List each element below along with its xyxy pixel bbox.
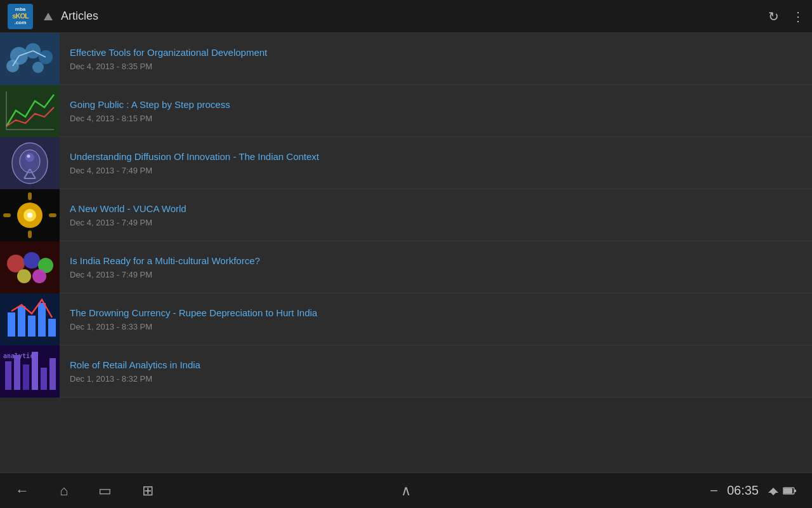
article-info-5: Is India Ready for a Multi-cultural Work… [60, 255, 812, 280]
recents-button[interactable]: ▭ [98, 483, 112, 499]
svg-point-24 [27, 213, 32, 218]
article-date-5: Dec 4, 2013 - 7:49 PM [70, 270, 802, 279]
svg-point-17 [27, 154, 30, 157]
svg-marker-49 [768, 488, 778, 495]
logo-top: mba [15, 7, 25, 13]
chevron-up-icon[interactable]: ∧ [401, 483, 411, 499]
article-item-6[interactable]: The Drowning Currency - Rupee Depreciati… [0, 293, 812, 345]
svg-rect-47 [41, 368, 47, 390]
svg-rect-36 [8, 312, 15, 337]
article-title-4: A New World - VUCA World [70, 203, 802, 215]
top-bar: mba sKOL .com Articles ↻ ⋮ [0, 0, 812, 33]
article-title-2: Going Public : A Step by Step process [70, 98, 802, 111]
article-list: Effective Tools for Organizational Devel… [0, 33, 812, 398]
svg-rect-43 [5, 361, 11, 390]
clock-display: 06:35 [727, 483, 759, 498]
article-thumb-7: analytic [0, 345, 60, 398]
svg-rect-45 [23, 364, 29, 390]
svg-point-33 [17, 269, 31, 283]
svg-rect-48 [49, 358, 56, 390]
article-thumb-5 [0, 241, 60, 293]
svg-rect-52 [794, 490, 796, 492]
article-title-6: The Drowning Currency - Rupee Depreciati… [70, 307, 802, 319]
svg-rect-39 [38, 303, 46, 337]
topbar-actions: ↻ ⋮ [768, 9, 804, 24]
article-thumb-1 [0, 33, 60, 85]
more-options-icon[interactable]: ⋮ [792, 9, 804, 24]
article-thumb-4 [0, 189, 60, 241]
article-date-4: Dec 4, 2013 - 7:49 PM [70, 218, 802, 227]
article-info-1: Effective Tools for Organizational Devel… [60, 46, 812, 72]
article-info-7: Role of Retail Analytics in IndiaDec 1, … [60, 359, 812, 384]
refresh-icon[interactable]: ↻ [768, 9, 779, 24]
signal-icon [43, 11, 53, 22]
article-info-2: Going Public : A Step by Step processDec… [60, 98, 812, 124]
svg-rect-38 [28, 316, 36, 337]
screenshot-button[interactable]: ⊞ [142, 483, 154, 499]
svg-rect-27 [3, 213, 11, 217]
svg-point-34 [32, 269, 46, 283]
article-info-6: The Drowning Currency - Rupee Depreciati… [60, 307, 812, 332]
svg-rect-25 [28, 192, 32, 200]
battery-icon [783, 486, 797, 495]
article-thumb-3 [0, 137, 60, 189]
article-date-2: Dec 4, 2013 - 8:15 PM [70, 114, 802, 123]
article-item-2[interactable]: Going Public : A Step by Step processDec… [0, 85, 812, 137]
article-item-5[interactable]: Is India Ready for a Multi-cultural Work… [0, 241, 812, 293]
wifi-icon [768, 486, 779, 495]
article-item-7[interactable]: analytic Role of Retail Analytics in Ind… [0, 345, 812, 398]
svg-rect-44 [14, 355, 20, 390]
topbar-title: Articles [61, 10, 761, 23]
article-date-7: Dec 1, 2013 - 8:32 PM [70, 374, 802, 384]
article-date-1: Dec 4, 2013 - 8:35 PM [70, 62, 802, 71]
article-date-3: Dec 4, 2013 - 7:49 PM [70, 166, 802, 175]
status-icons [768, 486, 797, 495]
svg-point-6 [32, 62, 44, 73]
home-button[interactable]: ⌂ [60, 483, 68, 499]
svg-rect-51 [783, 488, 792, 493]
back-button[interactable]: ← [15, 483, 29, 499]
app-logo: mba sKOL .com [8, 4, 33, 29]
svg-rect-28 [49, 213, 56, 217]
article-date-6: Dec 1, 2013 - 8:33 PM [70, 322, 802, 331]
article-title-7: Role of Retail Analytics in India [70, 359, 802, 371]
minus-icon: − [710, 483, 718, 499]
svg-point-31 [23, 252, 40, 269]
nav-left: ← ⌂ ▭ ⊞ [15, 483, 154, 499]
article-title-5: Is India Ready for a Multi-cultural Work… [70, 255, 802, 267]
article-item-1[interactable]: Effective Tools for Organizational Devel… [0, 33, 812, 85]
svg-point-16 [25, 153, 34, 162]
article-info-3: Understanding Diffusion Of Innovation - … [60, 150, 812, 176]
article-item-4[interactable]: A New World - VUCA WorldDec 4, 2013 - 7:… [0, 189, 812, 241]
article-item-3[interactable]: Understanding Diffusion Of Innovation - … [0, 137, 812, 189]
nav-right: − 06:35 [710, 483, 797, 499]
article-thumb-6 [0, 293, 60, 345]
svg-rect-46 [32, 352, 38, 390]
logo-bot: .com [15, 20, 27, 26]
logo-mid: sKOL [12, 12, 28, 20]
svg-marker-0 [44, 13, 53, 20]
bottom-bar: ← ⌂ ▭ ⊞ ∧ − 06:35 [0, 472, 812, 508]
svg-rect-26 [28, 231, 32, 238]
article-info-4: A New World - VUCA WorldDec 4, 2013 - 7:… [60, 203, 812, 228]
svg-rect-37 [18, 306, 25, 337]
article-title-1: Effective Tools for Organizational Devel… [70, 46, 802, 59]
article-thumb-2 [0, 85, 60, 137]
svg-rect-40 [48, 319, 56, 337]
article-title-3: Understanding Diffusion Of Innovation - … [70, 150, 802, 163]
